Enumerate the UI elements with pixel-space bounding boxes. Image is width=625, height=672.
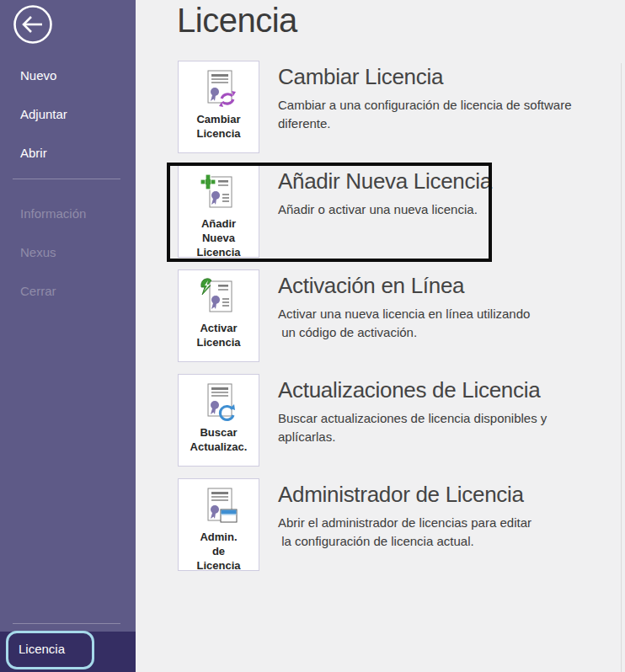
tile-label: Admin. de Licencia — [179, 530, 259, 573]
tile-label: Activar Licencia — [179, 321, 259, 349]
license-row-cambiar: Cambiar Licencia Cambiar Licencia Cambia… — [178, 61, 616, 155]
license-change-icon — [179, 68, 259, 112]
sidebar-item-nuevo[interactable]: Nuevo — [0, 59, 136, 98]
license-row-activar: Activar Licencia Activación en Línea Act… — [178, 269, 616, 364]
row-heading: Activación en Línea — [278, 273, 464, 299]
tile-label: Buscar Actualizac. — [179, 425, 259, 454]
row-heading: Añadir Nueva Licencia — [278, 168, 492, 195]
sidebar-nav-secondary: Información Nexus Cerrar — [0, 197, 136, 313]
license-update-icon — [179, 381, 259, 425]
row-heading: Cambiar Licencia — [278, 64, 443, 90]
license-row-anadir: Añadir Nueva Licencia Añadir Nueva Licen… — [178, 165, 616, 259]
license-manager-icon — [179, 486, 259, 530]
cambiar-licencia-button[interactable]: Cambiar Licencia — [178, 61, 259, 153]
license-activate-icon — [179, 277, 259, 321]
sidebar-item-licencia[interactable]: Licencia — [0, 632, 136, 672]
buscar-actualizaciones-button[interactable]: Buscar Actualizac. — [178, 374, 259, 467]
sidebar-item-label: Licencia — [19, 642, 65, 656]
sidebar: Nuevo Adjuntar Abrir Información Nexus C… — [0, 0, 136, 672]
row-description: Activar una nueva licencia en línea util… — [278, 305, 530, 342]
sidebar-item-nexus[interactable]: Nexus — [0, 236, 136, 275]
back-button[interactable] — [12, 3, 54, 45]
sidebar-item-cerrar[interactable]: Cerrar — [0, 275, 136, 313]
sidebar-divider — [13, 179, 120, 179]
sidebar-item-informacion[interactable]: Información — [0, 197, 136, 236]
tile-label: Cambiar Licencia — [179, 112, 259, 141]
admin-de-licencia-button[interactable]: Admin. de Licencia — [178, 478, 259, 571]
anadir-nueva-licencia-button[interactable]: Añadir Nueva Licencia — [178, 165, 259, 258]
row-heading: Administrador de Licencia — [278, 482, 524, 508]
row-description: Añadir o activar una nueva licencia. — [278, 200, 478, 219]
license-row-administrador: Admin. de Licencia Administrador de Lice… — [178, 478, 616, 573]
sidebar-item-abrir[interactable]: Abrir — [0, 136, 136, 175]
page-title: Licencia — [177, 2, 297, 40]
license-row-actualizaciones: Buscar Actualizac. Actualizaciones de Li… — [178, 374, 616, 468]
sidebar-nav: Nuevo Adjuntar Abrir — [0, 59, 136, 175]
activar-licencia-button[interactable]: Activar Licencia — [178, 269, 259, 362]
row-description: Cambiar a una configuración de licencia … — [278, 96, 572, 133]
main-content: Licencia Cambiar Licencia Cambi — [136, 0, 625, 672]
sidebar-item-adjuntar[interactable]: Adjuntar — [0, 98, 136, 136]
tile-label: Añadir Nueva Licencia — [179, 216, 259, 259]
content-right-divider — [621, 63, 622, 672]
row-description: Abrir el administrador de licencias para… — [278, 514, 532, 551]
license-add-icon — [179, 173, 259, 216]
back-arrow-icon — [12, 34, 54, 48]
row-heading: Actualizaciones de Licencia — [278, 377, 540, 403]
row-description: Buscar actualizaciones de licencia dispo… — [278, 409, 547, 446]
sidebar-divider — [13, 623, 120, 624]
